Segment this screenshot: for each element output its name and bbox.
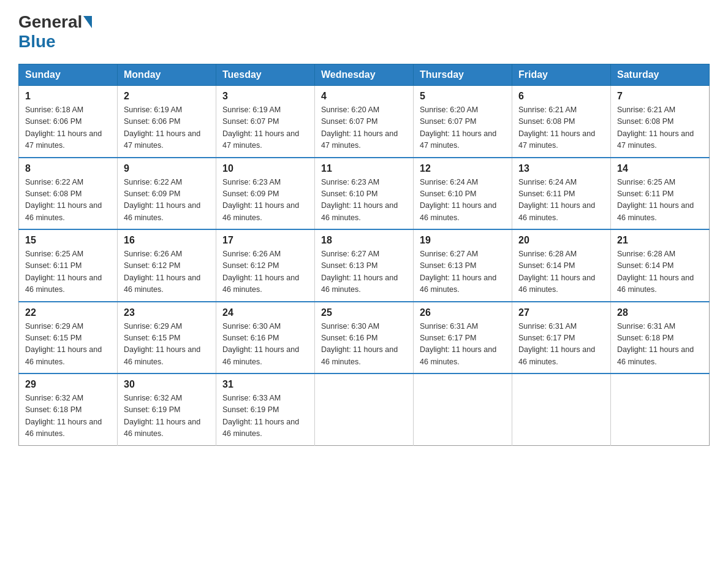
day-info: Sunrise: 6:28 AMSunset: 6:14 PMDaylight:… bbox=[617, 250, 694, 294]
day-number: 11 bbox=[321, 163, 407, 174]
day-info: Sunrise: 6:20 AMSunset: 6:07 PMDaylight:… bbox=[321, 105, 398, 150]
calendar-cell bbox=[414, 373, 512, 445]
day-info: Sunrise: 6:24 AMSunset: 6:10 PMDaylight:… bbox=[420, 178, 496, 222]
calendar-cell: 15 Sunrise: 6:25 AMSunset: 6:11 PMDaylig… bbox=[19, 229, 118, 302]
day-number: 15 bbox=[25, 235, 111, 246]
day-info: Sunrise: 6:27 AMSunset: 6:13 PMDaylight:… bbox=[321, 250, 398, 294]
calendar-week-row: 1 Sunrise: 6:18 AMSunset: 6:06 PMDayligh… bbox=[19, 86, 710, 158]
day-number: 25 bbox=[321, 307, 407, 318]
day-number: 14 bbox=[617, 163, 703, 174]
calendar-cell: 29 Sunrise: 6:32 AMSunset: 6:18 PMDaylig… bbox=[19, 373, 118, 445]
day-number: 17 bbox=[222, 235, 308, 246]
calendar-week-row: 15 Sunrise: 6:25 AMSunset: 6:11 PMDaylig… bbox=[19, 229, 710, 302]
day-number: 5 bbox=[420, 91, 506, 102]
day-info: Sunrise: 6:21 AMSunset: 6:08 PMDaylight:… bbox=[518, 105, 595, 150]
calendar-cell: 18 Sunrise: 6:27 AMSunset: 6:13 PMDaylig… bbox=[315, 229, 414, 302]
day-number: 30 bbox=[124, 379, 210, 390]
day-info: Sunrise: 6:22 AMSunset: 6:08 PMDaylight:… bbox=[25, 178, 102, 222]
calendar-cell: 13 Sunrise: 6:24 AMSunset: 6:11 PMDaylig… bbox=[512, 158, 611, 230]
day-info: Sunrise: 6:20 AMSunset: 6:07 PMDaylight:… bbox=[420, 105, 496, 150]
day-info: Sunrise: 6:30 AMSunset: 6:16 PMDaylight:… bbox=[321, 322, 398, 366]
day-number: 12 bbox=[420, 163, 506, 174]
day-number: 26 bbox=[420, 307, 506, 318]
logo-arrow-icon bbox=[83, 16, 92, 28]
calendar-cell: 17 Sunrise: 6:26 AMSunset: 6:12 PMDaylig… bbox=[216, 229, 315, 302]
day-number: 8 bbox=[25, 163, 111, 174]
day-info: Sunrise: 6:33 AMSunset: 6:19 PMDaylight:… bbox=[222, 394, 299, 438]
day-info: Sunrise: 6:21 AMSunset: 6:08 PMDaylight:… bbox=[617, 105, 694, 150]
day-info: Sunrise: 6:32 AMSunset: 6:19 PMDaylight:… bbox=[124, 394, 200, 438]
day-info: Sunrise: 6:32 AMSunset: 6:18 PMDaylight:… bbox=[25, 394, 102, 438]
page-header: General Blue bbox=[18, 12, 710, 52]
day-info: Sunrise: 6:26 AMSunset: 6:12 PMDaylight:… bbox=[222, 250, 299, 294]
calendar-header-tuesday: Tuesday bbox=[216, 64, 315, 86]
calendar-cell: 26 Sunrise: 6:31 AMSunset: 6:17 PMDaylig… bbox=[414, 302, 512, 374]
day-info: Sunrise: 6:31 AMSunset: 6:18 PMDaylight:… bbox=[617, 322, 694, 366]
day-number: 13 bbox=[518, 163, 604, 174]
day-number: 27 bbox=[518, 307, 604, 318]
day-info: Sunrise: 6:26 AMSunset: 6:12 PMDaylight:… bbox=[124, 250, 200, 294]
day-number: 24 bbox=[222, 307, 308, 318]
day-number: 23 bbox=[124, 307, 210, 318]
day-number: 6 bbox=[518, 91, 604, 102]
calendar-cell: 25 Sunrise: 6:30 AMSunset: 6:16 PMDaylig… bbox=[315, 302, 414, 374]
calendar-week-row: 8 Sunrise: 6:22 AMSunset: 6:08 PMDayligh… bbox=[19, 158, 710, 230]
calendar-header-friday: Friday bbox=[512, 64, 611, 86]
day-info: Sunrise: 6:25 AMSunset: 6:11 PMDaylight:… bbox=[25, 250, 102, 294]
day-info: Sunrise: 6:23 AMSunset: 6:10 PMDaylight:… bbox=[321, 178, 398, 222]
calendar-header-saturday: Saturday bbox=[611, 64, 710, 86]
day-number: 21 bbox=[617, 235, 703, 246]
day-info: Sunrise: 6:24 AMSunset: 6:11 PMDaylight:… bbox=[518, 178, 595, 222]
calendar-cell: 27 Sunrise: 6:31 AMSunset: 6:17 PMDaylig… bbox=[512, 302, 611, 374]
calendar-header-thursday: Thursday bbox=[414, 64, 512, 86]
calendar-week-row: 22 Sunrise: 6:29 AMSunset: 6:15 PMDaylig… bbox=[19, 302, 710, 374]
calendar-cell: 21 Sunrise: 6:28 AMSunset: 6:14 PMDaylig… bbox=[611, 229, 710, 302]
day-info: Sunrise: 6:19 AMSunset: 6:07 PMDaylight:… bbox=[222, 105, 299, 150]
calendar-header-row: SundayMondayTuesdayWednesdayThursdayFrid… bbox=[19, 64, 710, 86]
day-info: Sunrise: 6:29 AMSunset: 6:15 PMDaylight:… bbox=[25, 322, 102, 366]
calendar-cell: 3 Sunrise: 6:19 AMSunset: 6:07 PMDayligh… bbox=[216, 86, 315, 158]
calendar-cell: 23 Sunrise: 6:29 AMSunset: 6:15 PMDaylig… bbox=[118, 302, 216, 374]
day-number: 1 bbox=[25, 91, 111, 102]
calendar-cell: 20 Sunrise: 6:28 AMSunset: 6:14 PMDaylig… bbox=[512, 229, 611, 302]
day-info: Sunrise: 6:28 AMSunset: 6:14 PMDaylight:… bbox=[518, 250, 595, 294]
calendar-cell bbox=[512, 373, 611, 445]
day-info: Sunrise: 6:31 AMSunset: 6:17 PMDaylight:… bbox=[518, 322, 595, 366]
calendar-cell: 22 Sunrise: 6:29 AMSunset: 6:15 PMDaylig… bbox=[19, 302, 118, 374]
calendar-cell: 12 Sunrise: 6:24 AMSunset: 6:10 PMDaylig… bbox=[414, 158, 512, 230]
calendar-cell: 1 Sunrise: 6:18 AMSunset: 6:06 PMDayligh… bbox=[19, 86, 118, 158]
calendar-cell: 8 Sunrise: 6:22 AMSunset: 6:08 PMDayligh… bbox=[19, 158, 118, 230]
day-number: 20 bbox=[518, 235, 604, 246]
logo-blue-text: Blue bbox=[18, 32, 56, 51]
calendar-cell: 24 Sunrise: 6:30 AMSunset: 6:16 PMDaylig… bbox=[216, 302, 315, 374]
day-number: 4 bbox=[321, 91, 407, 102]
calendar-cell bbox=[611, 373, 710, 445]
calendar-header-wednesday: Wednesday bbox=[315, 64, 414, 86]
calendar-cell: 16 Sunrise: 6:26 AMSunset: 6:12 PMDaylig… bbox=[118, 229, 216, 302]
day-number: 9 bbox=[124, 163, 210, 174]
day-number: 18 bbox=[321, 235, 407, 246]
calendar-cell: 28 Sunrise: 6:31 AMSunset: 6:18 PMDaylig… bbox=[611, 302, 710, 374]
calendar-cell: 14 Sunrise: 6:25 AMSunset: 6:11 PMDaylig… bbox=[611, 158, 710, 230]
day-number: 2 bbox=[124, 91, 210, 102]
calendar-cell: 30 Sunrise: 6:32 AMSunset: 6:19 PMDaylig… bbox=[118, 373, 216, 445]
day-info: Sunrise: 6:19 AMSunset: 6:06 PMDaylight:… bbox=[124, 105, 200, 150]
logo-general-text: General bbox=[18, 12, 82, 32]
day-number: 28 bbox=[617, 307, 703, 318]
day-number: 19 bbox=[420, 235, 506, 246]
calendar-table: SundayMondayTuesdayWednesdayThursdayFrid… bbox=[18, 64, 710, 446]
calendar-cell: 7 Sunrise: 6:21 AMSunset: 6:08 PMDayligh… bbox=[611, 86, 710, 158]
day-number: 16 bbox=[124, 235, 210, 246]
day-info: Sunrise: 6:18 AMSunset: 6:06 PMDaylight:… bbox=[25, 105, 102, 150]
calendar-cell: 9 Sunrise: 6:22 AMSunset: 6:09 PMDayligh… bbox=[118, 158, 216, 230]
day-info: Sunrise: 6:25 AMSunset: 6:11 PMDaylight:… bbox=[617, 178, 694, 222]
day-number: 7 bbox=[617, 91, 703, 102]
calendar-header-sunday: Sunday bbox=[19, 64, 118, 86]
calendar-cell bbox=[315, 373, 414, 445]
day-info: Sunrise: 6:29 AMSunset: 6:15 PMDaylight:… bbox=[124, 322, 200, 366]
calendar-cell: 2 Sunrise: 6:19 AMSunset: 6:06 PMDayligh… bbox=[118, 86, 216, 158]
calendar-cell: 10 Sunrise: 6:23 AMSunset: 6:09 PMDaylig… bbox=[216, 158, 315, 230]
calendar-cell: 5 Sunrise: 6:20 AMSunset: 6:07 PMDayligh… bbox=[414, 86, 512, 158]
calendar-cell: 19 Sunrise: 6:27 AMSunset: 6:13 PMDaylig… bbox=[414, 229, 512, 302]
day-info: Sunrise: 6:27 AMSunset: 6:13 PMDaylight:… bbox=[420, 250, 496, 294]
